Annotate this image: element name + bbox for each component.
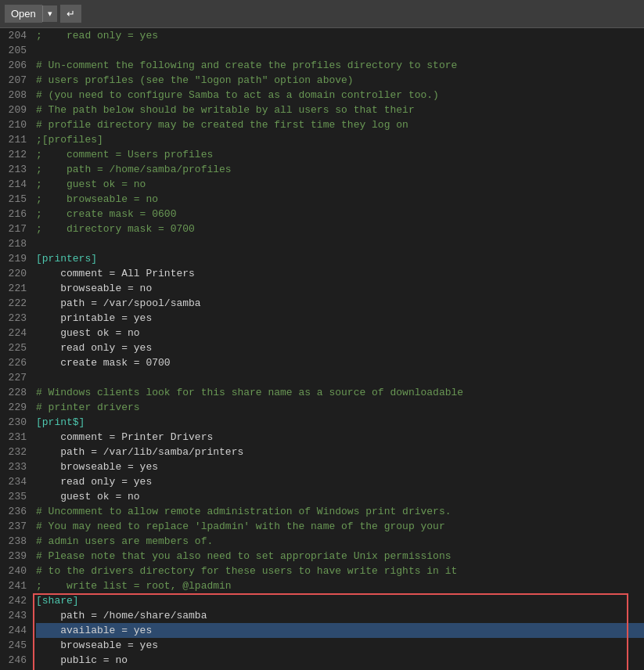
line-text: # profile directory may be created the f… [36, 117, 408, 132]
code-line: guest ok = no [36, 326, 644, 340]
code-line: # Uncomment to allow remote administrati… [36, 504, 644, 519]
line-number: 216 [3, 207, 27, 222]
line-number: 206 [3, 58, 27, 73]
line-text: ; browseable = no [36, 192, 158, 207]
code-line [36, 370, 644, 385]
code-line: ; browseable = no [36, 192, 644, 207]
code-line: ; create mask = 0600 [36, 207, 644, 222]
line-text: browseable = yes [36, 638, 158, 653]
line-number: 225 [3, 340, 27, 355]
line-text: ; path = /home/samba/profiles [36, 162, 232, 177]
line-number: 239 [3, 549, 27, 564]
open-button[interactable]: Open [5, 5, 42, 23]
line-number: 220 [3, 266, 27, 281]
code-line: available = yes [36, 623, 644, 638]
line-number: 218 [3, 236, 27, 251]
code-line: browseable = no [36, 281, 644, 296]
line-text: path = /var/lib/samba/printers [36, 445, 243, 459]
line-number: 236 [3, 504, 27, 519]
line-text: ; guest ok = no [36, 177, 146, 192]
open-dropdown-arrow[interactable]: ▾ [42, 5, 57, 22]
line-number: 238 [3, 534, 27, 549]
code-line: [share] [36, 593, 644, 608]
line-number: 204 [3, 28, 27, 43]
line-number: 245 [3, 638, 27, 653]
code-line: # admin users are members of. [36, 534, 644, 549]
code-line: path = /home/share/samba [36, 608, 644, 623]
code-line: read only = yes [36, 474, 644, 489]
line-text: [printers] [36, 251, 97, 266]
line-number: 228 [3, 385, 27, 400]
code-line: printable = yes [36, 311, 644, 326]
line-text: available = yes [36, 623, 152, 638]
code-line [36, 236, 644, 251]
code-line: ; read only = yes [36, 28, 644, 43]
line-text: guest ok = no [36, 326, 140, 340]
code-line: guest ok = no [36, 489, 644, 504]
code-line: ; path = /home/samba/profiles [36, 162, 644, 177]
line-text: printable = yes [36, 311, 152, 326]
line-text: public = no [36, 653, 128, 668]
save-button[interactable]: ↵ [60, 5, 81, 23]
line-number: 219 [3, 251, 27, 266]
line-text: create mask = 0700 [36, 355, 171, 370]
line-number: 242 [3, 593, 27, 608]
line-text: comment = Printer Drivers [36, 430, 213, 445]
line-text: comment = All Printers [36, 266, 195, 281]
line-number: 207 [3, 73, 27, 88]
code-content[interactable]: ; read only = yes# Un-comment the follow… [33, 28, 644, 670]
line-text: ; directory mask = 0700 [36, 222, 195, 236]
line-text: ; write list = root, @lpadmin [36, 578, 232, 593]
code-line: comment = Printer Drivers [36, 430, 644, 445]
line-text: path = /var/spool/samba [36, 296, 201, 311]
line-text: # You may need to replace 'lpadmin' with… [36, 519, 445, 534]
editor-container: 2042052062072082092102112122132142152162… [0, 28, 644, 670]
line-text: # Un-comment the following and create th… [36, 58, 457, 73]
code-line: # (you need to configure Samba to act as… [36, 88, 644, 103]
line-text: read only = yes [36, 474, 152, 489]
line-number: 235 [3, 489, 27, 504]
code-line: comment = All Printers [36, 266, 644, 281]
code-line: # You may need to replace 'lpadmin' with… [36, 519, 644, 534]
line-text: ; create mask = 0600 [36, 207, 176, 222]
code-line [36, 43, 644, 58]
line-text: # Uncomment to allow remote administrati… [36, 504, 452, 519]
line-number: 205 [3, 43, 27, 58]
line-number: 210 [3, 117, 27, 132]
code-line: ; guest ok = no [36, 177, 644, 192]
line-text: # (you need to configure Samba to act as… [36, 88, 439, 103]
code-line: [printers] [36, 251, 644, 266]
line-text: [share] [36, 593, 79, 608]
line-text: # Windows clients look for this share na… [36, 385, 463, 400]
line-number: 217 [3, 222, 27, 236]
code-line: public = no [36, 653, 644, 668]
line-number: 240 [3, 564, 27, 578]
code-line: # printer drivers [36, 400, 644, 415]
code-line: path = /var/lib/samba/printers [36, 445, 644, 459]
line-numbers: 2042052062072082092102112122132142152162… [0, 28, 33, 670]
code-line: [print$] [36, 415, 644, 430]
toolbar: Open ▾ ↵ [0, 0, 644, 28]
line-number: 222 [3, 296, 27, 311]
line-text: # Please note that you also need to set … [36, 549, 452, 564]
line-text: read only = yes [36, 340, 152, 355]
code-line: browseable = yes [36, 638, 644, 653]
code-line: # users profiles (see the "logon path" o… [36, 73, 644, 88]
line-number: 227 [3, 370, 27, 385]
code-line: # Windows clients look for this share na… [36, 385, 644, 400]
code-line: ; directory mask = 0700 [36, 222, 644, 236]
line-text: guest ok = no [36, 489, 140, 504]
code-line: ; write list = root, @lpadmin [36, 578, 644, 593]
line-number: 233 [3, 459, 27, 474]
line-number: 226 [3, 355, 27, 370]
line-number: 223 [3, 311, 27, 326]
line-text: # to the drivers directory for these use… [36, 564, 457, 578]
line-number: 212 [3, 147, 27, 162]
line-number: 221 [3, 281, 27, 296]
line-number: 224 [3, 326, 27, 340]
line-number: 244 [3, 623, 27, 638]
code-line: ;[profiles] [36, 132, 644, 147]
line-number: 229 [3, 400, 27, 415]
line-text: # printer drivers [36, 400, 140, 415]
code-line: # to the drivers directory for these use… [36, 564, 644, 578]
